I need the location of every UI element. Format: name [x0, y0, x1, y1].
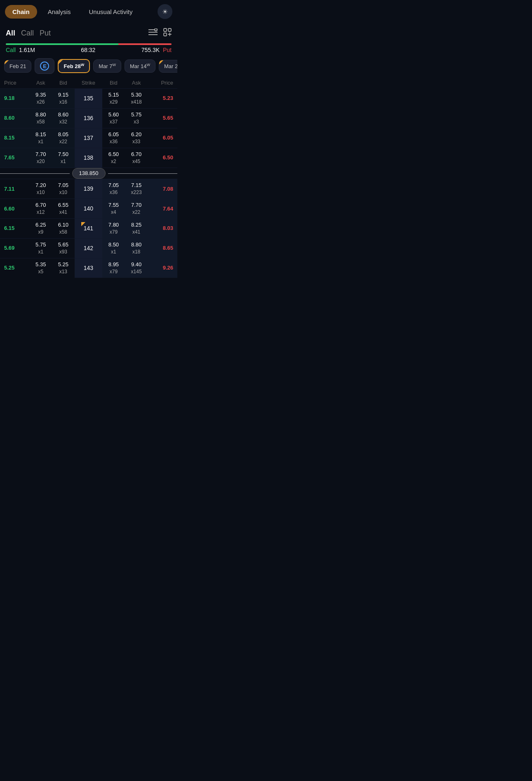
call-text: Call: [6, 47, 16, 53]
put-ask: 6.20 x33: [125, 128, 148, 148]
filter-all-button[interactable]: All: [6, 27, 21, 39]
top-nav: Chain Analysis Unusual Activity ☀: [0, 0, 177, 23]
progress-labels: Call 1.61M 68:32 755.3K Put: [6, 45, 172, 54]
call-price: 7.65: [0, 148, 29, 168]
put-ask: 8.25 x41: [125, 219, 148, 239]
table-row[interactable]: 6.15 6.25 x9 6.10 x58 141 7.80 x79 8.25 …: [0, 219, 177, 239]
strike: 138: [75, 148, 103, 168]
strike: 141: [75, 219, 103, 239]
expiry-mar14-label: Mar 14W: [130, 63, 150, 69]
strike: 137: [75, 128, 103, 148]
table-row[interactable]: 7.11 7.20 x10 7.05 x10 139 7.05 x36 7.15…: [0, 179, 177, 199]
current-price-row: 138.850: [0, 168, 177, 179]
ratio-label: 68:32: [81, 47, 95, 53]
put-bid: 5.15 x29: [102, 89, 125, 109]
call-price: 7.11: [0, 179, 29, 199]
svg-rect-4: [164, 28, 167, 31]
call-bid: 6.10 x58: [52, 219, 75, 239]
call-ask: 9.35 x26: [29, 89, 52, 109]
call-volume-label: Call 1.61M: [6, 47, 35, 53]
call-ask: 6.25 x9: [29, 219, 52, 239]
call-ask: 7.20 x10: [29, 179, 52, 199]
call-price: 6.15: [0, 219, 29, 239]
call-price: 5.25: [0, 258, 29, 278]
call-bid: 8.60 x32: [52, 108, 75, 128]
put-price: 7.64: [148, 199, 178, 219]
current-price-pill: 138.850: [72, 168, 106, 179]
expiry-mar21-label: Mar 21: [164, 63, 177, 69]
strike: 143: [75, 258, 103, 278]
put-ask: 6.70 x45: [125, 148, 148, 168]
filter-call-button[interactable]: Call: [21, 27, 40, 39]
table-row[interactable]: 5.69 5.75 x1 5.65 x93 142 8.50 x1 8.80 x…: [0, 239, 177, 258]
col-header-call-ask: Ask: [29, 77, 52, 89]
svg-point-1: [155, 28, 157, 31]
expiry-feb28[interactable]: Feb 28W: [58, 59, 90, 73]
progress-bar-track: [6, 43, 172, 45]
col-header-strike: Strike: [75, 77, 103, 89]
col-header-call-price: Price: [0, 77, 29, 89]
put-price: 8.65: [148, 239, 178, 258]
expiry-mar21[interactable]: Mar 21: [159, 60, 177, 73]
tab-unusual-activity[interactable]: Unusual Activity: [82, 5, 140, 19]
tab-chain[interactable]: Chain: [5, 5, 37, 19]
strike: 136: [75, 108, 103, 128]
progress-section: Call 1.61M 68:32 755.3K Put: [0, 42, 177, 55]
put-ask: 8.80 x18: [125, 239, 148, 258]
strike: 135: [75, 89, 103, 109]
call-bid: 8.05 x22: [52, 128, 75, 148]
strike: 139: [75, 179, 103, 199]
call-ask: 8.15 x1: [29, 128, 52, 148]
options-table: Price Ask Bid Strike Bid Ask Price 9.18 …: [0, 77, 177, 278]
put-bid: 8.50 x1: [102, 239, 125, 258]
e-badge: E: [40, 62, 49, 71]
call-ask: 5.75 x1: [29, 239, 52, 258]
put-price: 8.03: [148, 219, 178, 239]
expiry-e-badge[interactable]: E: [35, 58, 54, 74]
col-header-call-bid: Bid: [52, 77, 75, 89]
put-ask: 5.75 x3: [125, 108, 148, 128]
put-price: 6.05: [148, 128, 178, 148]
expiry-feb21-label: Feb 21: [9, 63, 26, 69]
put-price: 6.50: [148, 148, 178, 168]
call-price: 8.60: [0, 108, 29, 128]
table-row[interactable]: 7.65 7.70 x20 7.50 x1 138 6.50 x2 6.70 x…: [0, 148, 177, 168]
filter-list-icon[interactable]: [148, 28, 158, 38]
put-text: Put: [163, 47, 172, 53]
expiry-mar7[interactable]: Mar 7W: [93, 59, 121, 73]
call-ask: 7.70 x20: [29, 148, 52, 168]
progress-bar-fill: [6, 43, 118, 45]
theme-toggle-button[interactable]: ☀: [158, 4, 172, 19]
filter-put-button[interactable]: Put: [40, 27, 56, 39]
call-ask: 6.70 x12: [29, 199, 52, 219]
put-ask: 7.15 x223: [125, 179, 148, 199]
put-price: 7.08: [148, 179, 178, 199]
put-price: 5.65: [148, 108, 178, 128]
tab-analysis[interactable]: Analysis: [40, 5, 78, 19]
expiry-row: Feb 21 E Feb 28W Mar 7W Mar 14W Mar 21 M…: [0, 55, 177, 77]
expiry-mar14[interactable]: Mar 14W: [125, 59, 155, 73]
expiry-feb21[interactable]: Feb 21: [4, 60, 31, 73]
call-bid: 5.25 x13: [52, 258, 75, 278]
col-header-put-ask: Ask: [125, 77, 148, 89]
call-ask: 8.80 x58: [29, 108, 52, 128]
call-bid: 7.05 x10: [52, 179, 75, 199]
sun-icon: ☀: [162, 8, 168, 16]
call-bid: 7.50 x1: [52, 148, 75, 168]
put-bid: 7.55 x4: [102, 199, 125, 219]
call-price: 8.15: [0, 128, 29, 148]
call-price: 9.18: [0, 89, 29, 109]
table-row[interactable]: 5.25 5.35 x5 5.25 x13 143 8.95 x79 9.40 …: [0, 258, 177, 278]
expiry-feb28-label: Feb 28W: [64, 63, 84, 69]
table-row[interactable]: 8.15 8.15 x1 8.05 x22 137 6.05 x36 6.20 …: [0, 128, 177, 148]
table-row[interactable]: 8.60 8.80 x58 8.60 x32 136 5.60 x37 5.75…: [0, 108, 177, 128]
layout-icon[interactable]: [163, 28, 172, 38]
strike: 142: [75, 239, 103, 258]
svg-rect-5: [168, 28, 171, 31]
table-row[interactable]: 9.18 9.35 x26 9.15 x16 135 5.15 x29 5.30…: [0, 89, 177, 109]
put-bid: 7.80 x79: [102, 219, 125, 239]
put-ask: 9.40 x145: [125, 258, 148, 278]
table-row[interactable]: 6.60 6.70 x12 6.55 x41 140 7.55 x4 7.70 …: [0, 199, 177, 219]
put-price: 9.26: [148, 258, 178, 278]
put-bid: 8.95 x79: [102, 258, 125, 278]
